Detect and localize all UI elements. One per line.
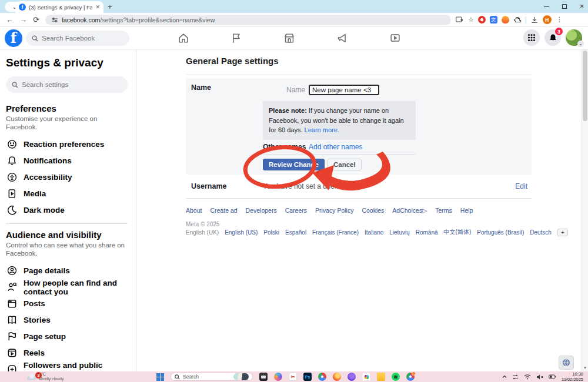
file-explorer-icon[interactable]: [259, 373, 268, 381]
language-link[interactable]: Français (France): [312, 229, 359, 236]
footer-link-developers[interactable]: Developers: [246, 207, 277, 214]
sidebar-item-page-details[interactable]: Page details: [6, 263, 128, 279]
language-link[interactable]: English (US): [225, 229, 258, 236]
chrome-badged-icon[interactable]: [406, 373, 415, 381]
language-switch-icon[interactable]: [512, 374, 519, 380]
scrollbar-down-arrow[interactable]: ▾: [582, 365, 588, 370]
footer-link-adchoices[interactable]: AdChoices▷: [392, 207, 427, 214]
browser-tab[interactable]: f (3) Settings & privacy | Faceboo ✕: [15, 1, 103, 13]
nav-ads[interactable]: [330, 27, 354, 49]
sidebar-item-accessibility[interactable]: Accessibility: [6, 169, 128, 186]
language-link[interactable]: Română: [416, 229, 438, 236]
sidebar-item-posts[interactable]: Posts: [6, 296, 128, 312]
cancel-button[interactable]: Cancel: [328, 159, 362, 170]
sidebar-item-stories[interactable]: Stories: [6, 312, 128, 329]
taskbar-clock[interactable]: 10:30 11/02/2025: [562, 371, 583, 382]
sidebar-item-find-contact[interactable]: How people can find and contact you: [6, 279, 128, 296]
language-link[interactable]: Español: [285, 229, 306, 236]
sidebar-item-media[interactable]: Media: [6, 186, 128, 202]
review-change-button[interactable]: Review Change: [263, 159, 325, 170]
folder-icon[interactable]: [377, 373, 385, 381]
language-link[interactable]: 中文(简体): [444, 228, 472, 236]
tab-close-icon[interactable]: ✕: [95, 4, 100, 10]
nav-marketplace[interactable]: [278, 27, 301, 49]
sidebar-item-reaction-preferences[interactable]: Reaction preferences: [6, 136, 128, 153]
flame-extension-icon[interactable]: [502, 16, 509, 24]
browser-toolbar: ← → ⟳ facebook.com/settings?tab=profile&…: [0, 13, 588, 27]
maximize-icon[interactable]: [562, 4, 567, 9]
chrome-icon[interactable]: [318, 373, 326, 381]
language-link[interactable]: Polski: [263, 229, 279, 236]
taskbar-center: Search ✂ Ps ≋: [156, 371, 415, 382]
footer-link-create-ad[interactable]: Create ad: [210, 207, 237, 214]
back-button[interactable]: ←: [6, 15, 14, 24]
menu-grid-button[interactable]: [523, 29, 540, 46]
browser-profile-avatar[interactable]: H: [543, 15, 552, 24]
taskbar-search[interactable]: Search: [171, 373, 253, 381]
profile-avatar[interactable]: ⌄: [566, 29, 582, 46]
site-settings-icon[interactable]: [51, 16, 58, 24]
copilot-icon[interactable]: [274, 373, 282, 381]
start-button[interactable]: [156, 373, 164, 381]
language-link[interactable]: Lietuvių: [389, 229, 409, 236]
volume-muted-icon[interactable]: [536, 374, 543, 380]
footer-link-careers[interactable]: Careers: [285, 207, 307, 214]
spotify-icon[interactable]: ≋: [392, 373, 400, 381]
thunderbird-icon[interactable]: [348, 373, 356, 381]
facebook-search-input[interactable]: [42, 35, 118, 42]
language-link[interactable]: Italiano: [365, 229, 383, 236]
reload-button[interactable]: ⟳: [33, 15, 39, 24]
facebook-logo[interactable]: f: [5, 29, 22, 47]
minimize-icon[interactable]: [544, 6, 549, 7]
scrollbar-thumb[interactable]: [583, 51, 587, 121]
close-icon[interactable]: ✕: [580, 4, 584, 9]
username-edit-link[interactable]: Edit: [515, 182, 532, 190]
sidebar-item-notifications[interactable]: Notifications: [6, 153, 128, 169]
battery-icon[interactable]: [549, 374, 556, 379]
footer-link-help[interactable]: Help: [460, 207, 473, 214]
translate-extension-icon[interactable]: 文: [490, 16, 497, 24]
language-link[interactable]: Deutsch: [530, 229, 552, 236]
nav-video[interactable]: [383, 27, 407, 49]
nav-home[interactable]: [172, 27, 195, 49]
footer-link-privacy[interactable]: Privacy Policy: [315, 207, 353, 214]
more-languages-button[interactable]: +: [557, 229, 568, 236]
language-link[interactable]: Português (Brasil): [477, 229, 524, 236]
sidebar-item-followers[interactable]: Followers and public content: [6, 361, 128, 372]
facebook-search[interactable]: [26, 31, 129, 46]
notifications-button[interactable]: 3: [544, 29, 561, 46]
tray-chevron-icon[interactable]: [502, 375, 507, 378]
sidebar-item-page-setup[interactable]: Page setup: [6, 329, 128, 345]
snipping-tool-icon[interactable]: ✂: [289, 373, 297, 381]
downloads-icon[interactable]: [531, 16, 538, 24]
name-input[interactable]: [309, 85, 379, 95]
settings-search[interactable]: [6, 76, 128, 93]
page-scrollbar[interactable]: ▾: [581, 49, 588, 371]
footer-links: About Create ad Developers Careers Priva…: [186, 207, 473, 214]
extensions-puzzle-icon[interactable]: [514, 16, 521, 24]
forward-button[interactable]: →: [19, 15, 27, 24]
wifi-icon[interactable]: [524, 374, 531, 380]
adchoices-icon: ▷: [422, 207, 427, 214]
footer-link-terms[interactable]: Terms: [435, 207, 452, 214]
share-icon[interactable]: [456, 16, 463, 23]
photoshop-icon[interactable]: Ps: [303, 373, 312, 381]
opera-extension-icon[interactable]: [478, 16, 486, 24]
add-other-names-link[interactable]: Add other names: [309, 143, 362, 151]
nav-pages[interactable]: [225, 27, 248, 49]
reels-icon: [6, 347, 18, 359]
globe-button[interactable]: [559, 356, 574, 370]
sidebar-item-reels[interactable]: Reels: [6, 345, 128, 361]
slack-icon[interactable]: [362, 373, 370, 381]
firefox-icon[interactable]: [333, 373, 341, 381]
browser-menu-icon[interactable]: ⋮: [556, 16, 563, 24]
footer-link-cookies[interactable]: Cookies: [362, 207, 384, 214]
address-bar[interactable]: facebook.com/settings?tab=profile&sectio…: [45, 15, 451, 25]
weather-widget[interactable]: 3 4°C Mostly cloudy: [27, 371, 64, 382]
footer-link-about[interactable]: About: [186, 207, 202, 214]
sidebar-item-dark-mode[interactable]: Dark mode: [6, 202, 128, 219]
learn-more-link[interactable]: Learn more.: [305, 126, 339, 133]
settings-search-input[interactable]: [22, 81, 110, 88]
new-tab-button[interactable]: +: [108, 2, 112, 11]
bookmark-star-icon[interactable]: ☆: [468, 16, 474, 24]
